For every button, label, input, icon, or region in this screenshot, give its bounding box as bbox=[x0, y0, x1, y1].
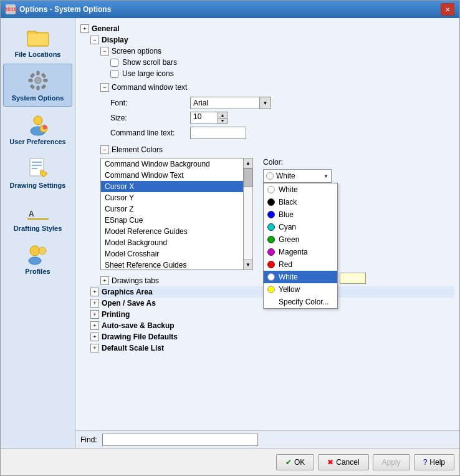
svg-point-3 bbox=[35, 77, 41, 84]
sidebar-item-drafting-styles[interactable]: A Drafting Styles bbox=[3, 195, 72, 236]
title-bar: 2018 Options - System Options ✕ bbox=[1, 1, 459, 18]
sidebar-item-drawing-settings[interactable]: Drawing Settings bbox=[3, 152, 72, 193]
bottom-bar: ✔ OK ✖ Cancel Apply ? Help bbox=[1, 449, 459, 475]
color-option-circle bbox=[267, 236, 275, 243]
color-option[interactable]: Magenta bbox=[264, 246, 337, 258]
scroll-thumb[interactable] bbox=[244, 168, 252, 187]
color-dropdown-button[interactable]: White ▼ bbox=[263, 169, 332, 183]
sidebar-item-profiles[interactable]: Profiles bbox=[3, 238, 72, 279]
graphics-area-label: Graphics Area bbox=[102, 288, 153, 296]
color-list-item[interactable]: Command Window Background bbox=[101, 158, 252, 170]
sidebar-item-file-locations[interactable]: File Locations bbox=[3, 21, 72, 62]
size-row: Size: 10 ▲ ▼ bbox=[110, 110, 454, 125]
drawing-file-label: Drawing File Defaults bbox=[102, 333, 178, 341]
close-button[interactable]: ✕ bbox=[441, 3, 454, 16]
expander-open-save[interactable]: + bbox=[90, 299, 99, 308]
expander-default-scale[interactable]: + bbox=[90, 344, 99, 352]
font-select[interactable]: Arial ▼ bbox=[190, 97, 271, 109]
expander-graphics-area[interactable]: + bbox=[90, 288, 99, 296]
scrollbar[interactable]: ▲ ▼ bbox=[243, 158, 253, 270]
selected-color-circle bbox=[266, 172, 274, 180]
find-bar: Find: bbox=[75, 430, 459, 449]
expander-autosave[interactable]: + bbox=[90, 321, 99, 330]
tree-item-element-colors[interactable]: − Element Colors bbox=[100, 144, 454, 155]
color-list-item[interactable]: Cursor X bbox=[101, 181, 252, 192]
color-list-container: Command Window BackgroundCommand Window … bbox=[100, 158, 253, 270]
scroll-down[interactable]: ▼ bbox=[244, 260, 252, 270]
color-option[interactable]: Cyan bbox=[264, 221, 337, 233]
spin-buttons: ▲ ▼ bbox=[218, 112, 227, 124]
color-option[interactable]: Green bbox=[264, 233, 337, 246]
sidebar-item-user-preferences[interactable]: User Preferences bbox=[3, 108, 72, 150]
color-option[interactable]: Black bbox=[264, 196, 337, 208]
color-option[interactable]: Red bbox=[264, 258, 337, 271]
color-list-item[interactable]: Model Reference Guides bbox=[101, 226, 252, 237]
tree-item-default-scale[interactable]: + Default Scale List bbox=[90, 342, 454, 354]
svg-rect-4 bbox=[37, 71, 39, 75]
color-list-item[interactable]: Sheet Reference Guides bbox=[101, 260, 252, 270]
apply-button[interactable]: Apply bbox=[373, 454, 410, 470]
color-option-label: Cyan bbox=[279, 223, 296, 231]
svg-rect-9 bbox=[41, 74, 46, 78]
expander-printing[interactable]: + bbox=[90, 310, 99, 319]
ok-button[interactable]: ✔ OK bbox=[276, 454, 314, 470]
spin-down[interactable]: ▼ bbox=[218, 118, 227, 124]
color-option-circle bbox=[267, 186, 275, 193]
tree-item-general[interactable]: + General bbox=[80, 23, 454, 34]
title-bar-controls: ✕ bbox=[441, 3, 454, 16]
cmdline-input[interactable] bbox=[190, 127, 246, 139]
help-button[interactable]: ? Help bbox=[414, 454, 454, 470]
expander-general[interactable]: + bbox=[80, 24, 89, 33]
spin-up[interactable]: ▲ bbox=[218, 112, 227, 118]
color-list-item[interactable]: Model Crosshair bbox=[101, 248, 252, 260]
color-option-label: Red bbox=[279, 260, 292, 269]
color-option[interactable]: WhiteWhite bbox=[264, 271, 337, 283]
color-option-circle bbox=[267, 261, 275, 268]
show-scroll-bars-checkbox[interactable] bbox=[110, 59, 118, 67]
title-bar-left: 2018 Options - System Options bbox=[6, 4, 111, 14]
scroll-up[interactable]: ▲ bbox=[244, 158, 252, 168]
svg-point-24 bbox=[39, 247, 46, 255]
size-spinner[interactable]: 10 ▲ ▼ bbox=[190, 112, 228, 124]
tree-item-command-window[interactable]: − Command window text bbox=[100, 82, 454, 93]
color-list-item[interactable]: Cursor Z bbox=[101, 203, 252, 215]
general-label: General bbox=[92, 24, 120, 33]
color-list-item[interactable]: Cursor Y bbox=[101, 192, 252, 203]
use-large-icons-item: Use large icons bbox=[110, 68, 454, 79]
help-icon: ? bbox=[423, 458, 428, 467]
color-option-label: Magenta bbox=[279, 248, 308, 256]
profiles-icon bbox=[26, 241, 50, 266]
tree-item-screen-options[interactable]: − Screen options bbox=[100, 46, 454, 57]
color-option[interactable]: Yellow bbox=[264, 283, 337, 296]
color-option-circle bbox=[267, 198, 275, 206]
expander-display[interactable]: − bbox=[90, 36, 99, 44]
size-label: Size: bbox=[110, 114, 185, 122]
use-large-icons-checkbox[interactable] bbox=[110, 70, 118, 78]
color-list-item[interactable]: Model Background bbox=[101, 237, 252, 248]
cancel-button[interactable]: ✖ Cancel bbox=[318, 454, 368, 470]
color-option[interactable]: Blue bbox=[264, 208, 337, 221]
expander-drawings-tabs[interactable]: + bbox=[100, 276, 109, 285]
color-list-item[interactable]: Command Window Text bbox=[101, 170, 252, 181]
sidebar-item-system-options[interactable]: System Options bbox=[3, 64, 72, 107]
font-dropdown-arrow[interactable]: ▼ bbox=[259, 97, 271, 109]
find-label: Find: bbox=[80, 435, 97, 444]
user-icon bbox=[26, 112, 50, 137]
color-option[interactable]: White bbox=[264, 183, 337, 196]
color-list[interactable]: Command Window BackgroundCommand Window … bbox=[100, 158, 253, 270]
sidebar-label-drawing-settings: Drawing Settings bbox=[10, 182, 66, 190]
tree-item-drawing-file[interactable]: + Drawing File Defaults bbox=[90, 331, 454, 342]
expander-screen-options[interactable]: − bbox=[100, 47, 109, 56]
color-dropdown-arrow-icon: ▼ bbox=[323, 173, 328, 179]
main-window: 2018 Options - System Options ✕ File Loc… bbox=[0, 0, 460, 476]
tree-item-display[interactable]: − Display bbox=[90, 34, 454, 46]
color-option[interactable]: Specify Color... bbox=[264, 296, 337, 308]
expander-command-window[interactable]: − bbox=[100, 83, 109, 92]
tree-item-printing[interactable]: + Printing bbox=[90, 309, 454, 320]
expander-element-colors[interactable]: − bbox=[100, 145, 109, 154]
expander-drawing-file[interactable]: + bbox=[90, 333, 99, 341]
command-window-label: Command window text bbox=[112, 83, 187, 92]
color-list-item[interactable]: ESnap Cue bbox=[101, 215, 252, 226]
tree-item-autosave[interactable]: + Auto-save & Backup bbox=[90, 320, 454, 331]
find-input[interactable] bbox=[102, 434, 258, 446]
